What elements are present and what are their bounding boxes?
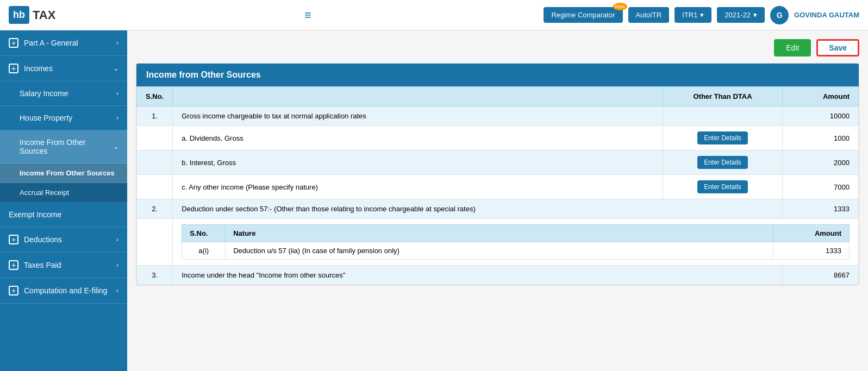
user-name: GOVINDA GAUTAM: [794, 11, 859, 19]
sidebar-item-taxes-paid[interactable]: + Taxes Paid ›: [0, 253, 127, 278]
sidebar-item-label: Part A - General: [24, 39, 78, 47]
sidebar-item-salary-income[interactable]: Salary Income ›: [0, 81, 127, 106]
row-description: a. Dividends, Gross: [173, 126, 663, 150]
chevron-right-icon: ›: [116, 39, 118, 47]
header-right: New Regime Comparator AutoITR ITR1 ▾ 202…: [544, 6, 859, 24]
regime-comparator-button[interactable]: New Regime Comparator: [544, 7, 622, 23]
row-enter-details-cell: Enter Details: [663, 150, 783, 175]
row-sno: [137, 150, 173, 175]
main-table: S.No. Other Than DTAA Amount 1. Gross in…: [136, 86, 859, 285]
enter-details-button-b[interactable]: Enter Details: [697, 156, 748, 169]
sidebar-item-deductions[interactable]: + Deductions ›: [0, 227, 127, 253]
row-sno: 3.: [137, 266, 173, 285]
row-enter-details-cell: Enter Details: [663, 126, 783, 150]
itr1-dropdown-button[interactable]: ITR1 ▾: [675, 7, 711, 23]
table-row: 2. Deduction under section 57:- (Other t…: [137, 199, 859, 219]
row-amount: 1333: [783, 199, 859, 219]
row-sno: [137, 126, 173, 150]
new-badge: New: [613, 3, 627, 10]
col-description: [173, 87, 663, 106]
chevron-right-icon: ›: [116, 114, 118, 122]
sidebar-item-label: Taxes Paid: [24, 261, 61, 269]
sidebar-item-label: Computation and E-filing: [24, 286, 107, 295]
header: hb TAX ≡ New Regime Comparator AutoITR I…: [0, 0, 868, 30]
logo-tax: TAX: [33, 8, 55, 22]
row-amount: 1000: [783, 126, 859, 150]
sidebar-item-house-property[interactable]: House Property ›: [0, 106, 127, 130]
chevron-down-icon: ⌄: [113, 143, 118, 150]
sidebar-item-part-a-general[interactable]: + Part A - General ›: [0, 30, 127, 56]
col-amount: Amount: [783, 87, 859, 106]
chevron-right-icon: ›: [116, 261, 118, 269]
table-row: c. Any other income (Please specify natu…: [137, 175, 859, 199]
col-other-than-dtaa: Other Than DTAA: [663, 87, 783, 106]
row-description: Income under the head "Income from other…: [173, 266, 783, 285]
sidebar-item-label: Incomes: [24, 64, 53, 73]
row-description: c. Any other income (Please specify natu…: [173, 175, 663, 199]
enter-details-button-c[interactable]: Enter Details: [697, 180, 748, 193]
sidebar-item-label: House Property: [20, 114, 72, 122]
chevron-right-icon: ›: [116, 287, 118, 294]
col-sno: S.No.: [137, 87, 173, 106]
sidebar-item-income-from-other-sources[interactable]: Income From Other Sources ⌄: [0, 130, 127, 164]
row-description: Deduction under section 57:- (Other than…: [173, 199, 783, 219]
chevron-right-icon: ›: [116, 90, 118, 97]
table-row: a. Dividends, Gross Enter Details 1000: [137, 126, 859, 150]
row-sno: 1.: [137, 106, 173, 126]
plus-icon: +: [9, 38, 18, 48]
nested-table: S.No. Nature Amount a(i) Deduction u/s 5…: [182, 224, 850, 260]
sidebar-item-label: Exempt Income: [9, 210, 61, 219]
nested-col-amount: Amount: [773, 225, 850, 242]
row-amount: 10000: [783, 106, 859, 126]
row-sno: [137, 175, 173, 199]
row-enter-details-cell: Enter Details: [663, 175, 783, 199]
row-amount: 8667: [783, 266, 859, 285]
chevron-down-icon: ▾: [753, 11, 757, 19]
nested-table-row: S.No. Nature Amount a(i) Deduction u/s 5…: [137, 219, 859, 266]
sidebar-sub-item-income-from-other-sources[interactable]: Income From Other Sources: [0, 164, 127, 183]
nested-sno: a(i): [182, 242, 226, 260]
main-layout: + Part A - General › + Incomes ⌄ Salary …: [0, 30, 868, 371]
table-row: b. Interest, Gross Enter Details 2000: [137, 150, 859, 175]
sidebar: + Part A - General › + Incomes ⌄ Salary …: [0, 30, 127, 371]
year-dropdown-button[interactable]: 2021-22 ▾: [717, 7, 765, 23]
plus-icon: +: [9, 286, 18, 295]
chevron-down-icon: ⌄: [113, 65, 118, 72]
content-area: Edit Save Income from Other Sources S.No…: [127, 30, 868, 371]
hamburger-icon[interactable]: ≡: [304, 8, 311, 22]
section-title: Income from Other Sources: [136, 64, 859, 86]
edit-button[interactable]: Edit: [774, 39, 811, 56]
row-description: b. Interest, Gross: [173, 150, 663, 175]
row-other-than-dtaa: [663, 106, 783, 126]
sidebar-item-exempt-income[interactable]: Exempt Income: [0, 203, 127, 227]
sidebar-item-label: Deductions: [24, 235, 62, 244]
table-row: 1. Gross income chargeable to tax at nor…: [137, 106, 859, 126]
logo-area: hb TAX: [9, 6, 55, 24]
sidebar-item-label: Income From Other Sources: [20, 138, 113, 155]
nested-amount: 1333: [773, 242, 850, 260]
nested-table-data-row: a(i) Deduction u/s 57 (iia) (In case of …: [182, 242, 850, 260]
plus-icon: +: [9, 64, 18, 73]
plus-icon: +: [9, 235, 18, 244]
sidebar-item-label: Salary Income: [20, 89, 68, 98]
income-from-other-sources-section: Income from Other Sources S.No. Other Th…: [136, 63, 859, 286]
chevron-down-icon: ▾: [700, 11, 704, 19]
row-sno: 2.: [137, 199, 173, 219]
table-row: 3. Income under the head "Income from ot…: [137, 266, 859, 285]
sidebar-item-incomes[interactable]: + Incomes ⌄: [0, 56, 127, 81]
row-amount: 7000: [783, 175, 859, 199]
autoitr-button[interactable]: AutoITR: [628, 7, 670, 23]
sidebar-sub-income: Income From Other Sources Accrual Receip…: [0, 164, 127, 203]
chevron-right-icon: ›: [116, 236, 118, 243]
avatar: G: [770, 6, 789, 24]
enter-details-button-a[interactable]: Enter Details: [697, 131, 748, 144]
sidebar-sub-item-accrual-receipt[interactable]: Accrual Receipt: [0, 183, 127, 203]
sidebar-item-computation-e-filing[interactable]: + Computation and E-filing ›: [0, 278, 127, 304]
nested-col-nature: Nature: [226, 225, 773, 242]
nested-col-sno: S.No.: [182, 225, 226, 242]
nested-nature: Deduction u/s 57 (iia) (In case of famil…: [226, 242, 773, 260]
plus-icon: +: [9, 260, 18, 270]
save-button[interactable]: Save: [816, 39, 859, 56]
action-bar: Edit Save: [136, 39, 859, 56]
logo-hb: hb: [9, 6, 29, 24]
